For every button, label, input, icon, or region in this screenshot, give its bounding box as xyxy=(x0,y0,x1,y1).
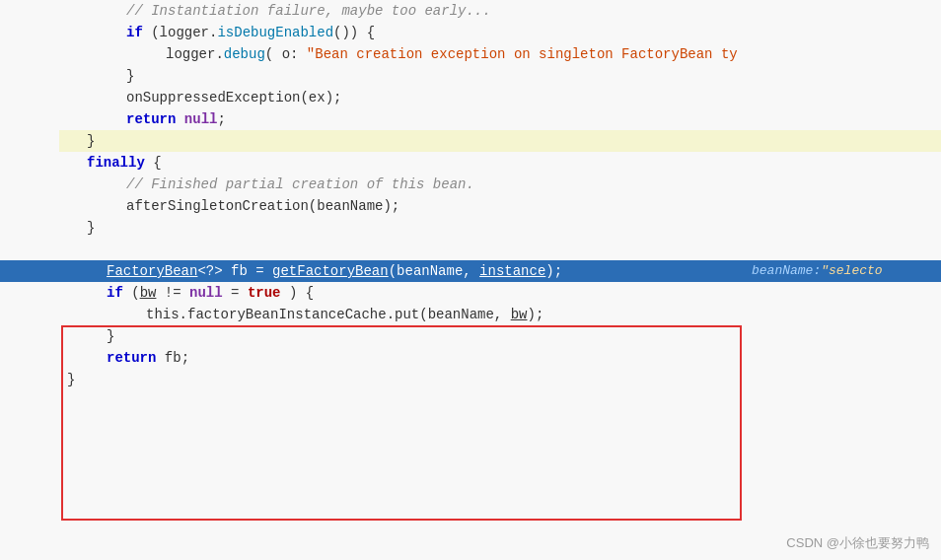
line-gutter xyxy=(0,108,59,130)
line-gutter xyxy=(0,195,59,217)
line-gutter xyxy=(0,174,59,195)
watermark: CSDN @小徐也要努力鸭 xyxy=(786,534,929,552)
code-line: return fb; xyxy=(0,347,941,369)
line-content: } xyxy=(59,369,941,390)
line-content: finally { xyxy=(59,152,941,174)
code-line: return null; xyxy=(0,108,941,130)
line-gutter xyxy=(0,130,59,152)
line-gutter xyxy=(0,217,59,239)
line-content: return fb; xyxy=(59,347,941,369)
code-area: // Instantiation failure, maybe too earl… xyxy=(0,0,941,560)
line-gutter xyxy=(0,282,59,304)
line-gutter xyxy=(0,369,59,390)
line-content: } xyxy=(59,130,941,152)
line-content: logger.debug( o: "Bean creation exceptio… xyxy=(59,43,941,65)
code-line: } xyxy=(0,65,941,87)
line-content: FactoryBean<?> fb = getFactoryBean(beanN… xyxy=(59,260,941,282)
line-gutter xyxy=(0,22,59,43)
line-content: // Instantiation failure, maybe too earl… xyxy=(59,0,941,22)
line-gutter xyxy=(0,260,59,282)
line-content: // Finished partial creation of this bea… xyxy=(59,174,941,195)
code-line: afterSingletonCreation(beanName); xyxy=(0,195,941,217)
line-gutter xyxy=(0,239,59,260)
code-line: } xyxy=(0,325,941,347)
code-line: finally { xyxy=(0,152,941,174)
line-content: } xyxy=(59,217,941,239)
code-line: } xyxy=(0,130,941,152)
code-line: } xyxy=(0,369,941,390)
line-content: if (bw != null = true ) { xyxy=(59,282,941,304)
code-line: // Instantiation failure, maybe too earl… xyxy=(0,0,941,22)
code-line: logger.debug( o: "Bean creation exceptio… xyxy=(0,43,941,65)
code-line: if (logger.isDebugEnabled()) { xyxy=(0,22,941,43)
line-content: } xyxy=(59,65,941,87)
line-gutter xyxy=(0,87,59,108)
line-content: } xyxy=(59,325,941,347)
line-content xyxy=(59,239,941,260)
line-gutter xyxy=(0,325,59,347)
code-line: this.factoryBeanInstanceCache.put(beanNa… xyxy=(0,304,941,325)
line-content: return null; xyxy=(59,108,941,130)
line-gutter xyxy=(0,43,59,65)
line-content: this.factoryBeanInstanceCache.put(beanNa… xyxy=(59,304,941,325)
line-gutter xyxy=(0,65,59,87)
code-line: onSuppressedException(ex); xyxy=(0,87,941,108)
code-line: FactoryBean<?> fb = getFactoryBean(beanN… xyxy=(0,260,941,282)
line-content: if (logger.isDebugEnabled()) { xyxy=(59,22,941,43)
line-content: afterSingletonCreation(beanName); xyxy=(59,195,941,217)
line-content: onSuppressedException(ex); xyxy=(59,87,941,108)
code-line: } xyxy=(0,217,941,239)
code-line xyxy=(0,239,941,260)
code-line: if (bw != null = true ) { xyxy=(0,282,941,304)
line-gutter xyxy=(0,304,59,325)
line-gutter xyxy=(0,0,59,22)
line-gutter xyxy=(0,347,59,369)
code-line: // Finished partial creation of this bea… xyxy=(0,174,941,195)
line-gutter xyxy=(0,152,59,174)
hint-popup: beanName: "selecto xyxy=(744,260,941,282)
